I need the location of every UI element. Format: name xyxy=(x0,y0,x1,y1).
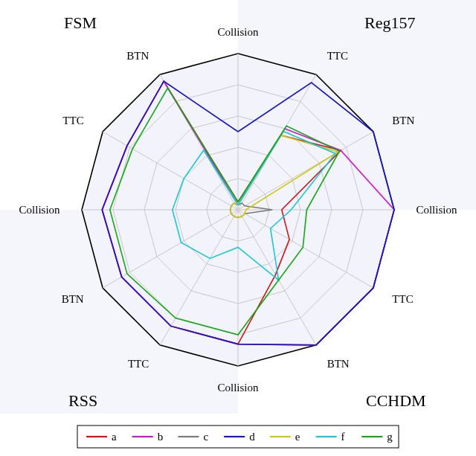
corner-fsm: FSM xyxy=(64,13,97,32)
corner-rss: RSS xyxy=(68,391,97,410)
axis-label: TTC xyxy=(62,115,83,126)
axis-label: Collision xyxy=(19,204,61,216)
legend-label-d: d xyxy=(249,431,255,443)
axis-label: BTN xyxy=(327,358,350,370)
axis-label: TTC xyxy=(128,358,149,370)
legend-label-a: a xyxy=(112,431,117,443)
axis-label: TTC xyxy=(327,50,348,62)
axis-label: Collision xyxy=(217,382,259,394)
legend-label-b: b xyxy=(158,431,164,443)
axis-label: BTN xyxy=(126,50,149,62)
axis-label: TTC xyxy=(392,293,413,305)
radar-chart: CollisionTTCBTNCollisionTTCBTNCollisionT… xyxy=(0,0,476,456)
legend-label-f: f xyxy=(341,431,345,443)
legend-label-g: g xyxy=(387,431,393,443)
legend-label-c: c xyxy=(203,431,208,443)
axis-label: BTN xyxy=(62,293,84,305)
legend-label-e: e xyxy=(295,431,300,443)
axis-label: BTN xyxy=(392,115,414,126)
corner-reg157: Reg157 xyxy=(364,13,415,32)
axis-label: Collision xyxy=(416,204,457,216)
axis-label: Collision xyxy=(217,26,259,38)
corner-cchdm: CCHDM xyxy=(366,391,426,410)
